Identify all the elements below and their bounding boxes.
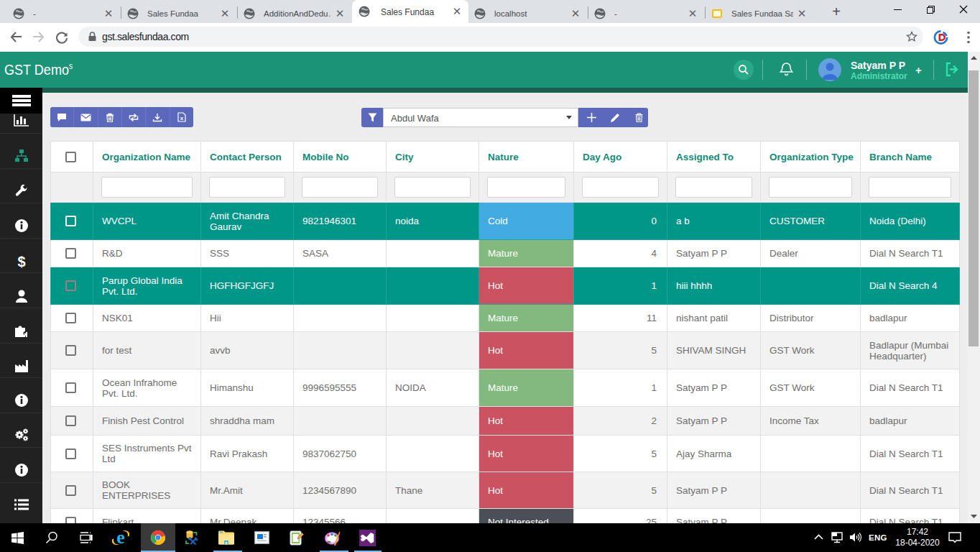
svg-text:x: x bbox=[180, 115, 184, 121]
svg-text:$: $ bbox=[17, 254, 25, 270]
